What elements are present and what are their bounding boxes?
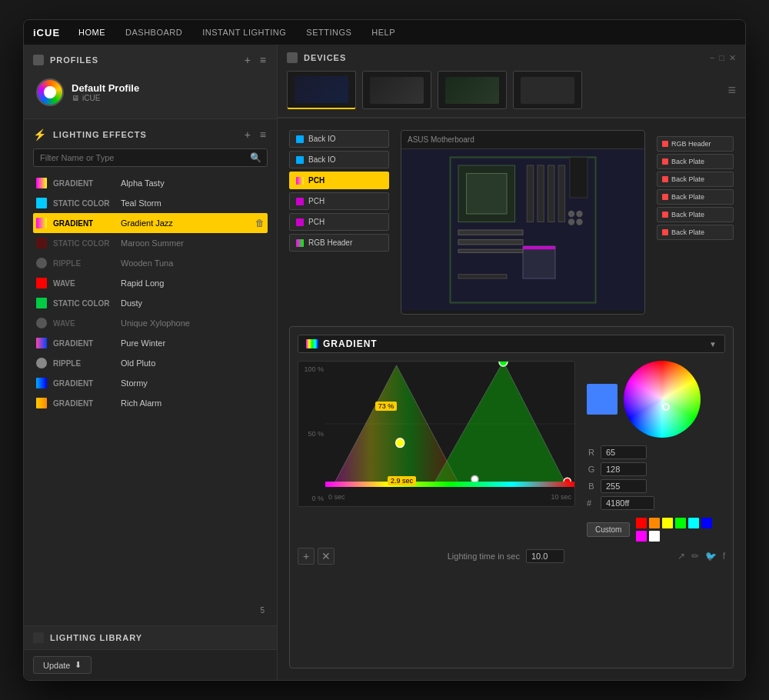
search-input[interactable] <box>33 148 268 167</box>
delete-effect-button[interactable]: 🗑 <box>255 218 265 228</box>
add-profile-button[interactable]: + <box>243 52 252 68</box>
swatch-red[interactable] <box>636 518 647 528</box>
device-thumb-fan[interactable] <box>438 71 507 109</box>
share-icon[interactable]: ↗ <box>677 551 685 562</box>
g-input[interactable] <box>601 462 647 476</box>
effect-type: GRADIENT <box>53 179 115 188</box>
rgb-item-back-plate-1[interactable]: Back Plate <box>657 154 734 169</box>
color-wheel-container[interactable] <box>624 361 701 438</box>
rgb-item-back-plate-5[interactable]: Back Plate <box>657 225 734 240</box>
rgb-inputs: R G B # <box>587 445 725 510</box>
chart-area[interactable]: 73 % 2.9 sec <box>325 362 574 487</box>
nav-instant-lighting[interactable]: INSTANT LIGHTING <box>199 26 289 38</box>
nav-help[interactable]: HELP <box>368 26 398 38</box>
effect-static-maroon-summer[interactable]: STATIC COLOR Maroon Summer <box>33 233 268 253</box>
profiles-menu-button[interactable]: ≡ <box>258 52 268 68</box>
y-labels: 100 % 50 % 0 % <box>298 362 325 506</box>
swatch-blue[interactable] <box>701 518 712 528</box>
comp-color <box>296 135 304 143</box>
nav-home[interactable]: HOME <box>75 26 108 38</box>
svg-rect-4 <box>523 246 555 278</box>
search-bar: 🔍 <box>33 148 268 167</box>
rgb-item-rgb-header[interactable]: RGB Header <box>657 136 734 152</box>
rgb-dot <box>662 176 668 182</box>
effect-gradient-rich-alarm[interactable]: GRADIENT Rich Alarm <box>33 393 268 413</box>
effects-menu-button[interactable]: ≡ <box>258 127 268 142</box>
r-input[interactable] <box>601 445 647 459</box>
effect-static-teal-storm[interactable]: STATIC COLOR Teal Storm <box>33 193 268 213</box>
gradient-dropdown-arrow[interactable]: ▼ <box>709 340 717 348</box>
update-label: Update <box>43 661 70 670</box>
minimize-button[interactable]: − <box>710 53 714 63</box>
nav-dashboard[interactable]: DASHBOARD <box>122 26 185 38</box>
hex-input[interactable] <box>601 496 654 510</box>
swatch-yellow[interactable] <box>662 518 673 528</box>
devices-title: DEVICES <box>304 53 704 62</box>
effect-gradient-alpha-tasty[interactable]: GRADIENT Alpha Tasty <box>33 173 268 193</box>
swatch-cyan[interactable] <box>688 518 699 528</box>
twitter-icon[interactable]: 🐦 <box>705 551 717 562</box>
rgb-item-back-plate-4[interactable]: Back Plate <box>657 207 734 222</box>
device-img-mb <box>295 76 348 103</box>
comp-color <box>296 239 304 247</box>
facebook-icon[interactable]: f <box>723 551 725 562</box>
b-row: B <box>587 479 725 493</box>
rgb-item-name: Back Plate <box>671 175 704 183</box>
remove-stop-button[interactable]: ✕ <box>318 548 335 565</box>
add-stop-button[interactable]: + <box>298 548 315 565</box>
effect-static-dusty[interactable]: STATIC COLOR Dusty <box>33 293 268 313</box>
effect-gradient-stormy[interactable]: GRADIENT Stormy <box>33 373 268 393</box>
close-button[interactable]: ✕ <box>729 53 736 63</box>
nav-settings[interactable]: SETTINGS <box>303 26 355 38</box>
effect-ripple-wooden-tuna[interactable]: RIPPLE Wooden Tuna <box>33 253 268 273</box>
color-wheel[interactable] <box>624 361 701 438</box>
default-profile[interactable]: Default Profile 🖥 iCUE <box>33 74 268 111</box>
component-pch-1[interactable]: PCH <box>289 172 389 189</box>
device-thumb-cpu[interactable] <box>362 71 431 109</box>
swatch-orange[interactable] <box>649 518 660 528</box>
title-bar: iCUE HOME DASHBOARD INSTANT LIGHTING SET… <box>24 20 745 45</box>
component-pch-2[interactable]: PCH <box>289 192 389 210</box>
effect-gradient-jazz[interactable]: GRADIENT Gradient Jazz 🗑 <box>33 213 268 233</box>
effect-type: RIPPLE <box>53 259 115 268</box>
devices-more-menu[interactable]: ≡ <box>727 82 736 98</box>
mb-board <box>401 149 644 311</box>
device-thumb-motherboard[interactable] <box>287 71 356 109</box>
r-label: R <box>587 448 596 457</box>
swatch-white[interactable] <box>649 531 660 542</box>
lighting-header: ⚡ LIGHTING EFFECTS + ≡ <box>33 127 268 142</box>
profile-info: Default Profile 🖥 iCUE <box>72 82 265 102</box>
update-button[interactable]: Update ⬇ <box>33 656 92 674</box>
chart-bottom: 0 sec 10 sec <box>325 487 574 506</box>
component-back-io-1[interactable]: Back IO <box>289 130 389 148</box>
effect-name: Pure Winter <box>121 338 165 348</box>
comp-name: Back IO <box>308 135 336 143</box>
footer-right: Lighting time in sec <box>448 549 564 563</box>
lighting-time-label: Lighting time in sec <box>448 552 520 561</box>
effect-ripple-old-pluto[interactable]: RIPPLE Old Pluto <box>33 353 268 373</box>
effect-gradient-pure-winter[interactable]: GRADIENT Pure Winter <box>33 333 268 353</box>
rgb-item-back-plate-3[interactable]: Back Plate <box>657 189 734 205</box>
swatch-magenta[interactable] <box>636 531 647 542</box>
effect-wave-rapid-long[interactable]: WAVE Rapid Long <box>33 273 268 293</box>
rgb-item-back-plate-2[interactable]: Back Plate <box>657 172 734 187</box>
swatch-green[interactable] <box>675 518 686 528</box>
b-input[interactable] <box>601 479 647 493</box>
percent-73-marker: 73 % <box>375 402 398 411</box>
rgb-item-name: Back Plate <box>671 193 704 201</box>
add-effect-button[interactable]: + <box>243 127 252 142</box>
device-thumb-other[interactable] <box>513 71 582 109</box>
device-img-other <box>521 77 574 104</box>
edit-icon[interactable]: ✏ <box>691 551 699 562</box>
maximize-button[interactable]: □ <box>719 53 724 63</box>
custom-button[interactable]: Custom <box>587 522 630 537</box>
effect-color <box>36 378 47 388</box>
component-pch-3[interactable]: PCH <box>289 213 389 231</box>
svg-point-27 <box>396 438 404 448</box>
lighting-time-input[interactable] <box>526 549 564 563</box>
component-rgb-header[interactable]: RGB Header <box>289 234 389 252</box>
component-back-io-2[interactable]: Back IO <box>289 151 389 168</box>
wheel-cursor[interactable] <box>662 403 670 411</box>
rgb-item-name: Back Plate <box>671 228 704 236</box>
effect-wave-unique-xylophone[interactable]: WAVE Unique Xylophone <box>33 313 268 333</box>
